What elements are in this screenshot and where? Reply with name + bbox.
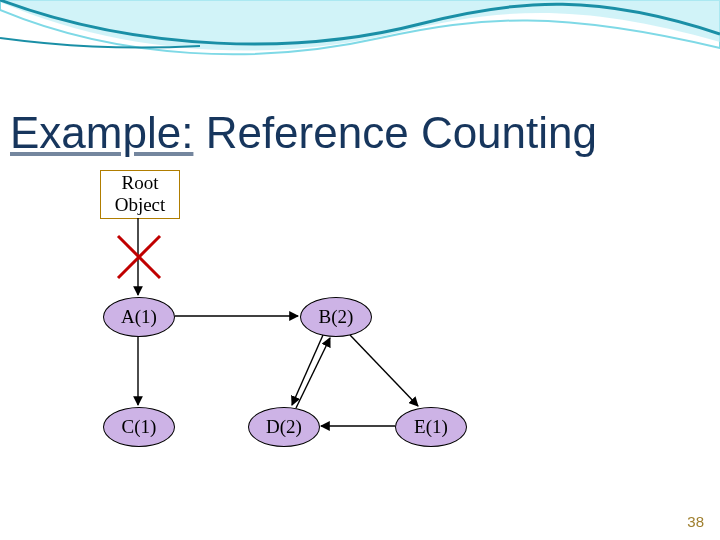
node-d-label: D(2) (266, 416, 302, 437)
root-label-line2: Object (115, 194, 166, 215)
node-a-label: A(1) (121, 306, 157, 327)
node-a: A(1) (103, 297, 175, 337)
title-rest-part: Reference Counting (193, 108, 597, 157)
node-d: D(2) (248, 407, 320, 447)
root-label-line1: Root (122, 172, 159, 193)
edge-b-e (350, 335, 418, 406)
node-c-label: C(1) (122, 416, 157, 437)
node-e: E(1) (395, 407, 467, 447)
diagram-edges (0, 0, 720, 540)
slide-title: Example: Reference Counting (10, 108, 597, 158)
edge-d-b (296, 338, 330, 408)
node-b-label: B(2) (319, 306, 354, 327)
node-c: C(1) (103, 407, 175, 447)
cross-icon (118, 236, 160, 278)
svg-line-0 (118, 236, 160, 278)
node-b: B(2) (300, 297, 372, 337)
slide: { "title_underlined": "Example:", "title… (0, 0, 720, 540)
edge-b-d (292, 335, 323, 405)
root-object-box: Root Object (100, 170, 180, 219)
page-number: 38 (687, 513, 704, 530)
node-e-label: E(1) (414, 416, 448, 437)
svg-line-1 (118, 236, 160, 278)
title-underlined-part: Example: (10, 108, 193, 157)
header-wave-decoration (0, 0, 720, 540)
